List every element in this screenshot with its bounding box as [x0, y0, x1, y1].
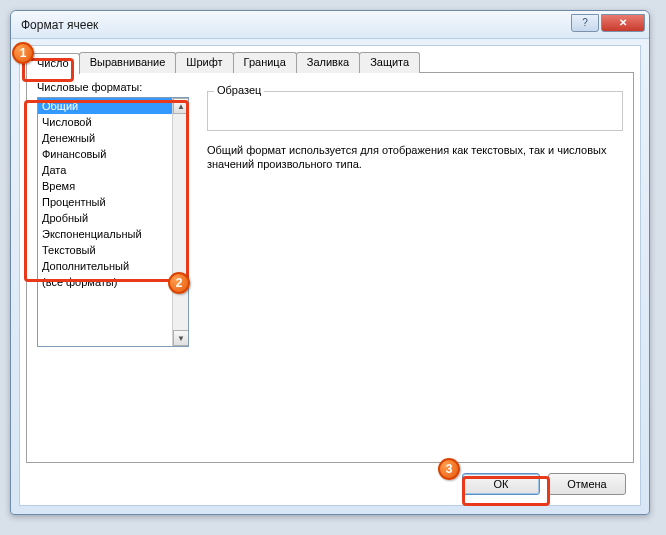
list-item[interactable]: Время — [38, 178, 172, 194]
list-item[interactable]: Экспоненциальный — [38, 226, 172, 242]
help-button[interactable]: ? — [571, 14, 599, 32]
formats-label: Числовые форматы: — [37, 81, 142, 93]
list-item[interactable]: Финансовый — [38, 146, 172, 162]
annotation-marker-2: 2 — [168, 272, 190, 294]
format-listbox[interactable]: Общий Числовой Денежный Финансовый Дата … — [37, 97, 189, 347]
list-item[interactable]: Числовой — [38, 114, 172, 130]
sample-groupbox: Образец — [207, 91, 623, 131]
tab-panel-number: Числовые форматы: Общий Числовой Денежны… — [26, 72, 634, 463]
list-item[interactable]: (все форматы) — [38, 274, 172, 290]
titlebar-buttons: ? ✕ — [571, 14, 645, 32]
tab-alignment[interactable]: Выравнивание — [79, 52, 177, 73]
scroll-up-icon[interactable]: ▲ — [173, 98, 189, 114]
list-item[interactable]: Дробный — [38, 210, 172, 226]
window-title: Формат ячеек — [21, 18, 571, 32]
ok-button[interactable]: ОК — [462, 473, 540, 495]
cancel-button[interactable]: Отмена — [548, 473, 626, 495]
tab-fill[interactable]: Заливка — [296, 52, 360, 73]
list-item[interactable]: Дата — [38, 162, 172, 178]
dialog-window: Формат ячеек ? ✕ Число Выравнивание Шриф… — [10, 10, 650, 515]
tab-strip: Число Выравнивание Шрифт Граница Заливка… — [26, 52, 640, 73]
annotation-marker-1: 1 — [12, 42, 34, 64]
list-item[interactable]: Процентный — [38, 194, 172, 210]
list-item[interactable]: Общий — [38, 98, 172, 114]
client-area: Число Выравнивание Шрифт Граница Заливка… — [19, 45, 641, 506]
titlebar: Формат ячеек ? ✕ — [11, 11, 649, 39]
tab-number[interactable]: Число — [26, 53, 80, 74]
dialog-buttons: ОК Отмена — [462, 473, 626, 495]
tab-border[interactable]: Граница — [233, 52, 297, 73]
tab-font[interactable]: Шрифт — [175, 52, 233, 73]
scroll-down-icon[interactable]: ▼ — [173, 330, 189, 346]
tab-protection[interactable]: Защита — [359, 52, 420, 73]
sample-label: Образец — [214, 84, 264, 96]
annotation-marker-3: 3 — [438, 458, 460, 480]
list-item[interactable]: Дополнительный — [38, 258, 172, 274]
format-description: Общий формат используется для отображени… — [207, 143, 623, 171]
list-item[interactable]: Денежный — [38, 130, 172, 146]
listbox-scrollbar[interactable]: ▲ ▼ — [172, 98, 188, 346]
close-button[interactable]: ✕ — [601, 14, 645, 32]
list-item[interactable]: Текстовый — [38, 242, 172, 258]
